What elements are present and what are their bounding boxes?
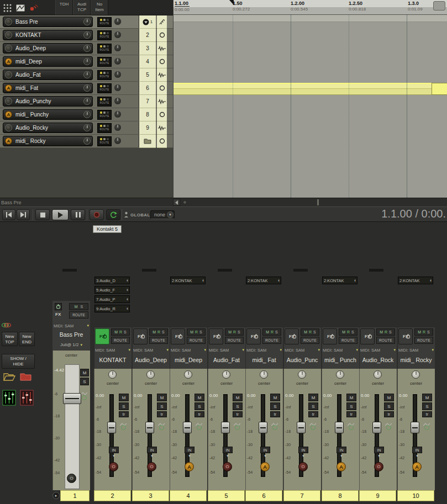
scroll-knob[interactable] xyxy=(183,200,187,204)
route-button[interactable]: ROUTE xyxy=(97,110,112,120)
media-item[interactable] xyxy=(432,83,447,95)
record-arm-button[interactable]: O xyxy=(67,474,76,483)
route-button[interactable]: ROUTE xyxy=(97,44,112,54)
send-pan-knob-icon[interactable]: ◖ xyxy=(354,278,356,283)
fx-power-button[interactable] xyxy=(55,303,62,310)
mixer-red-icon[interactable] xyxy=(20,390,34,406)
track-number-cell[interactable]: 1 xyxy=(139,15,156,29)
track-row-10[interactable]: A midi_ Rocky ROUTE xyxy=(0,135,173,148)
send-slot[interactable]: 7:Audio_P ◖ xyxy=(94,295,130,303)
channel-name[interactable]: KONTAKT xyxy=(94,355,132,365)
track-row-6[interactable]: A midi_ Fat ROUTE 6 xyxy=(0,82,173,95)
fx-button[interactable]: FX xyxy=(55,312,61,317)
fader-handle[interactable] xyxy=(411,422,419,433)
track-panel[interactable]: A midi_ Punchy xyxy=(3,109,93,120)
pause-button[interactable] xyxy=(71,209,85,220)
trim-button[interactable]: tr xyxy=(346,411,356,417)
track-row-4[interactable]: A midi_Deep ROUTE 4 xyxy=(0,55,173,68)
track-panel[interactable]: A midi_ Rocky xyxy=(3,136,93,146)
go-to-end-button[interactable] xyxy=(17,209,30,220)
track-panel[interactable]: A midi_ Fat xyxy=(3,83,93,93)
trim-button[interactable]: tr xyxy=(194,411,204,417)
channel-number[interactable]: 10 xyxy=(397,490,434,501)
solo-button[interactable]: S xyxy=(194,402,204,410)
track-name[interactable]: KONTAKT xyxy=(15,32,41,38)
track-number-cell[interactable]: 4 xyxy=(139,55,156,68)
input-arrow-icon[interactable]: ▾ xyxy=(336,454,346,458)
mute-recv-solo-cluster[interactable]: MRS xyxy=(339,328,357,336)
trim-button[interactable]: tr xyxy=(119,411,129,417)
route-button[interactable]: ROUTE xyxy=(97,97,112,107)
automation-icon[interactable] xyxy=(82,395,87,400)
solo-button[interactable]: S xyxy=(422,402,432,410)
fader-handle[interactable] xyxy=(297,422,306,433)
fader-handle[interactable] xyxy=(335,422,344,433)
track-panel[interactable]: Bass Pre xyxy=(3,17,93,27)
fx-button[interactable]: FX xyxy=(209,328,223,344)
fader-handle[interactable] xyxy=(183,422,192,433)
master-name[interactable]: Bass Pre xyxy=(52,330,90,339)
record-arm-button[interactable]: O xyxy=(147,462,156,471)
pan-knob[interactable] xyxy=(114,124,122,131)
track-number-cell[interactable] xyxy=(139,135,156,148)
record-arm-button[interactable]: A xyxy=(5,84,12,92)
input-arrow-icon[interactable]: ▾ xyxy=(298,454,308,458)
media-item-row[interactable] xyxy=(173,89,447,95)
toolbar-button-0[interactable]: TDH xyxy=(55,0,73,15)
input-arrow-icon[interactable]: ▾ xyxy=(374,454,384,458)
pan-knob[interactable] xyxy=(374,370,382,379)
fader-handle[interactable] xyxy=(63,393,81,404)
volume-knob[interactable] xyxy=(83,31,91,39)
route-button[interactable]: ROUTE xyxy=(225,337,244,344)
solo-button[interactable]: S xyxy=(384,402,394,410)
input-arrow-icon[interactable]: ▾ xyxy=(109,454,119,458)
new-track-top-button[interactable]: NewTOP xyxy=(2,332,18,346)
input-monitor-button[interactable]: IN xyxy=(374,447,384,453)
input-selector[interactable]: MIDI: SAM ▾ xyxy=(54,322,89,329)
volume-knob[interactable] xyxy=(83,98,91,105)
automation-icon[interactable] xyxy=(424,425,429,430)
route-button[interactable]: ROUTE xyxy=(376,337,395,344)
input-selector[interactable]: MIDI: SAM ▾ xyxy=(398,347,434,353)
scroll-left-button[interactable] xyxy=(173,199,180,206)
input-monitor-button[interactable]: IN xyxy=(412,447,422,453)
transport-time-display[interactable]: 1.1.00 / 0:00. xyxy=(381,208,446,220)
pan-knob[interactable] xyxy=(114,57,122,65)
solo-button[interactable]: S xyxy=(346,402,356,410)
input-monitor-button[interactable]: IN xyxy=(147,447,157,453)
channel-number[interactable]: 1 xyxy=(60,490,90,501)
mute-button[interactable]: M xyxy=(80,369,89,376)
input-selector[interactable]: MIDI: SAM ▾ xyxy=(285,347,320,353)
pan-knob[interactable] xyxy=(184,370,192,379)
fader-handle[interactable] xyxy=(145,422,154,433)
fader-handle[interactable] xyxy=(259,422,267,433)
track-row-1[interactable]: Bass Pre ROUTE 1 xyxy=(0,15,173,29)
dropdown-icon[interactable]: ▼ xyxy=(167,211,173,218)
fx-button[interactable]: FX xyxy=(133,328,148,344)
record-arm-button[interactable] xyxy=(5,18,12,25)
fader-track[interactable] xyxy=(65,364,80,489)
record-arm-button[interactable] xyxy=(5,98,12,105)
record-arm-button[interactable] xyxy=(5,31,12,39)
trim-button[interactable]: tr xyxy=(270,411,280,417)
input-selector[interactable]: MIDI: SAM ▾ xyxy=(133,347,169,353)
record-button[interactable] xyxy=(90,209,104,220)
send-slot[interactable]: 2:KONTAK ◖ xyxy=(398,277,433,284)
mute-button[interactable]: M xyxy=(270,394,280,401)
route-button[interactable]: ROUTE xyxy=(97,30,112,40)
record-arm-button[interactable] xyxy=(5,71,12,78)
track-panel[interactable]: Audio_Rocky xyxy=(3,123,93,133)
send-slot[interactable]: 5:Audio_F ◖ xyxy=(94,286,130,294)
mute-recv-solo-cluster[interactable]: MRS xyxy=(414,328,433,336)
media-item-band[interactable] xyxy=(173,83,447,95)
mute-recv-solo-cluster[interactable]: MRS xyxy=(111,328,130,336)
record-arm-button[interactable]: A xyxy=(336,462,346,471)
track-name[interactable]: Audio_Deep xyxy=(15,45,46,51)
solo-button[interactable]: S xyxy=(80,378,89,385)
record-arm-button[interactable]: A xyxy=(185,462,194,471)
mute-button[interactable]: M xyxy=(308,394,318,401)
channel-number[interactable]: 2 xyxy=(94,490,131,501)
track-number-cell[interactable]: 8 xyxy=(139,108,156,121)
record-arm-button[interactable] xyxy=(5,45,12,52)
solo-button[interactable]: S xyxy=(270,402,280,410)
